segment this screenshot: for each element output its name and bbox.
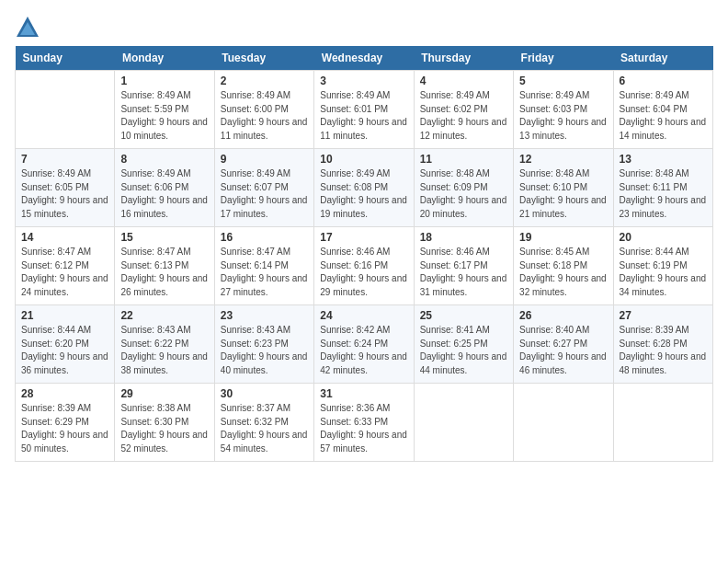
day-number: 4 <box>420 75 507 87</box>
day-number: 30 <box>221 387 308 400</box>
day-number: 1 <box>120 75 208 87</box>
day-number: 7 <box>21 153 108 166</box>
calendar-cell: 2Sunrise: 8:49 AMSunset: 6:00 PMDaylight… <box>214 71 313 149</box>
weekday-header-friday: Friday <box>514 46 613 71</box>
day-number: 17 <box>320 231 407 244</box>
day-number: 21 <box>21 309 108 322</box>
day-info: Sunrise: 8:49 AMSunset: 6:03 PMDaylight:… <box>519 89 607 143</box>
day-number: 6 <box>620 75 707 87</box>
day-number: 13 <box>620 153 707 166</box>
calendar-cell: 13Sunrise: 8:48 AMSunset: 6:11 PMDayligh… <box>613 149 712 227</box>
day-number: 14 <box>21 231 108 244</box>
day-number: 5 <box>519 75 607 87</box>
day-number: 9 <box>221 153 308 166</box>
day-number: 11 <box>420 153 507 166</box>
day-info: Sunrise: 8:48 AMSunset: 6:10 PMDaylight:… <box>519 167 607 221</box>
day-number: 19 <box>519 231 607 244</box>
day-info: Sunrise: 8:43 AMSunset: 6:23 PMDaylight:… <box>221 324 308 377</box>
day-info: Sunrise: 8:41 AMSunset: 6:25 PMDaylight:… <box>420 324 507 377</box>
logo <box>15 15 44 40</box>
day-number: 15 <box>120 231 208 244</box>
day-info: Sunrise: 8:44 AMSunset: 6:19 PMDaylight:… <box>620 246 707 299</box>
calendar-cell: 28Sunrise: 8:39 AMSunset: 6:29 PMDayligh… <box>16 384 115 462</box>
calendar-cell: 8Sunrise: 8:49 AMSunset: 6:06 PMDaylight… <box>115 149 214 227</box>
day-info: Sunrise: 8:47 AMSunset: 6:13 PMDaylight:… <box>120 246 208 299</box>
calendar-cell: 19Sunrise: 8:45 AMSunset: 6:18 PMDayligh… <box>514 227 613 305</box>
day-info: Sunrise: 8:46 AMSunset: 6:17 PMDaylight:… <box>420 246 507 299</box>
day-info: Sunrise: 8:39 AMSunset: 6:29 PMDaylight:… <box>21 402 108 455</box>
calendar-cell <box>16 71 115 149</box>
calendar-cell: 11Sunrise: 8:48 AMSunset: 6:09 PMDayligh… <box>414 149 513 227</box>
calendar-cell: 1Sunrise: 8:49 AMSunset: 5:59 PMDaylight… <box>115 71 214 149</box>
calendar-cell: 29Sunrise: 8:38 AMSunset: 6:30 PMDayligh… <box>115 384 214 462</box>
day-info: Sunrise: 8:49 AMSunset: 6:00 PMDaylight:… <box>221 89 308 143</box>
calendar-cell: 30Sunrise: 8:37 AMSunset: 6:32 PMDayligh… <box>214 384 313 462</box>
day-number: 16 <box>221 231 308 244</box>
weekday-header-tuesday: Tuesday <box>214 46 313 71</box>
day-info: Sunrise: 8:49 AMSunset: 6:01 PMDaylight:… <box>320 89 407 143</box>
calendar-cell: 10Sunrise: 8:49 AMSunset: 6:08 PMDayligh… <box>314 149 414 227</box>
calendar-cell: 3Sunrise: 8:49 AMSunset: 6:01 PMDaylight… <box>314 71 414 149</box>
calendar-week-row: 7Sunrise: 8:49 AMSunset: 6:05 PMDaylight… <box>16 149 713 227</box>
day-number: 27 <box>620 309 707 322</box>
day-number: 29 <box>120 387 208 400</box>
day-info: Sunrise: 8:47 AMSunset: 6:14 PMDaylight:… <box>221 246 308 299</box>
calendar-cell: 15Sunrise: 8:47 AMSunset: 6:13 PMDayligh… <box>115 227 214 305</box>
calendar-cell: 7Sunrise: 8:49 AMSunset: 6:05 PMDaylight… <box>16 149 115 227</box>
day-info: Sunrise: 8:49 AMSunset: 6:07 PMDaylight:… <box>221 167 308 221</box>
day-info: Sunrise: 8:45 AMSunset: 6:18 PMDaylight:… <box>519 246 607 299</box>
day-number: 8 <box>120 153 208 166</box>
day-number: 26 <box>519 309 607 322</box>
weekday-header-row: SundayMondayTuesdayWednesdayThursdayFrid… <box>16 46 713 71</box>
calendar-header: SundayMondayTuesdayWednesdayThursdayFrid… <box>16 46 713 71</box>
day-info: Sunrise: 8:47 AMSunset: 6:12 PMDaylight:… <box>21 246 108 299</box>
day-info: Sunrise: 8:49 AMSunset: 5:59 PMDaylight:… <box>120 89 208 143</box>
calendar-cell: 5Sunrise: 8:49 AMSunset: 6:03 PMDaylight… <box>514 71 613 149</box>
day-number: 24 <box>320 309 407 322</box>
calendar-week-row: 28Sunrise: 8:39 AMSunset: 6:29 PMDayligh… <box>16 384 713 462</box>
calendar-cell: 4Sunrise: 8:49 AMSunset: 6:02 PMDaylight… <box>414 71 513 149</box>
calendar-week-row: 21Sunrise: 8:44 AMSunset: 6:20 PMDayligh… <box>16 305 713 384</box>
day-info: Sunrise: 8:48 AMSunset: 6:11 PMDaylight:… <box>620 167 707 221</box>
weekday-header-monday: Monday <box>115 46 214 71</box>
weekday-header-thursday: Thursday <box>414 46 513 71</box>
calendar-cell: 31Sunrise: 8:36 AMSunset: 6:33 PMDayligh… <box>314 384 414 462</box>
calendar-cell: 6Sunrise: 8:49 AMSunset: 6:04 PMDaylight… <box>613 71 712 149</box>
weekday-header-sunday: Sunday <box>16 46 115 71</box>
calendar-cell: 9Sunrise: 8:49 AMSunset: 6:07 PMDaylight… <box>214 149 313 227</box>
day-info: Sunrise: 8:49 AMSunset: 6:02 PMDaylight:… <box>420 89 507 143</box>
calendar-cell: 18Sunrise: 8:46 AMSunset: 6:17 PMDayligh… <box>414 227 513 305</box>
calendar-cell: 23Sunrise: 8:43 AMSunset: 6:23 PMDayligh… <box>214 305 313 384</box>
day-number: 10 <box>320 153 407 166</box>
calendar-week-row: 1Sunrise: 8:49 AMSunset: 5:59 PMDaylight… <box>16 71 713 149</box>
calendar-week-row: 14Sunrise: 8:47 AMSunset: 6:12 PMDayligh… <box>16 227 713 305</box>
calendar-cell: 22Sunrise: 8:43 AMSunset: 6:22 PMDayligh… <box>115 305 214 384</box>
calendar-table: SundayMondayTuesdayWednesdayThursdayFrid… <box>15 46 713 462</box>
day-info: Sunrise: 8:36 AMSunset: 6:33 PMDaylight:… <box>320 402 407 455</box>
day-info: Sunrise: 8:38 AMSunset: 6:30 PMDaylight:… <box>120 402 208 455</box>
day-info: Sunrise: 8:48 AMSunset: 6:09 PMDaylight:… <box>420 167 507 221</box>
day-number: 3 <box>320 75 407 87</box>
day-number: 20 <box>620 231 707 244</box>
calendar-cell: 27Sunrise: 8:39 AMSunset: 6:28 PMDayligh… <box>613 305 712 384</box>
day-info: Sunrise: 8:42 AMSunset: 6:24 PMDaylight:… <box>320 324 407 377</box>
day-info: Sunrise: 8:49 AMSunset: 6:08 PMDaylight:… <box>320 167 407 221</box>
weekday-header-wednesday: Wednesday <box>314 46 414 71</box>
calendar-cell <box>613 384 712 462</box>
day-number: 31 <box>320 387 407 400</box>
day-info: Sunrise: 8:37 AMSunset: 6:32 PMDaylight:… <box>221 402 308 455</box>
calendar-cell: 17Sunrise: 8:46 AMSunset: 6:16 PMDayligh… <box>314 227 414 305</box>
day-number: 25 <box>420 309 507 322</box>
day-info: Sunrise: 8:49 AMSunset: 6:06 PMDaylight:… <box>120 167 208 221</box>
calendar-cell: 14Sunrise: 8:47 AMSunset: 6:12 PMDayligh… <box>16 227 115 305</box>
day-number: 2 <box>221 75 308 87</box>
calendar-cell: 25Sunrise: 8:41 AMSunset: 6:25 PMDayligh… <box>414 305 513 384</box>
calendar-cell: 21Sunrise: 8:44 AMSunset: 6:20 PMDayligh… <box>16 305 115 384</box>
logo-icon <box>15 15 40 40</box>
day-info: Sunrise: 8:49 AMSunset: 6:05 PMDaylight:… <box>21 167 108 221</box>
weekday-header-saturday: Saturday <box>613 46 712 71</box>
calendar-cell: 24Sunrise: 8:42 AMSunset: 6:24 PMDayligh… <box>314 305 414 384</box>
day-number: 23 <box>221 309 308 322</box>
day-info: Sunrise: 8:40 AMSunset: 6:27 PMDaylight:… <box>519 324 607 377</box>
day-info: Sunrise: 8:44 AMSunset: 6:20 PMDaylight:… <box>21 324 108 377</box>
